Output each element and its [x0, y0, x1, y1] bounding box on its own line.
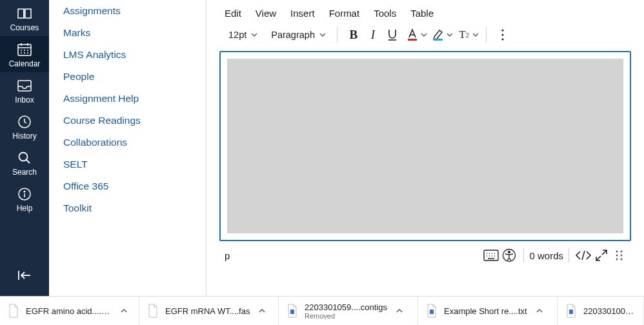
- book-icon: [16, 5, 33, 22]
- download-name: 2203301009....co: [583, 306, 637, 316]
- file-icon: [426, 304, 438, 318]
- highlight-button[interactable]: [430, 25, 454, 44]
- download-item[interactable]: EGFR mRNA WT....fas: [139, 297, 279, 325]
- editor-toolbar: 12pt Paragraph B I: [219, 25, 631, 51]
- fullscreen-button[interactable]: [592, 246, 610, 264]
- element-path[interactable]: p: [225, 250, 230, 261]
- chevron-down-icon: [250, 31, 258, 39]
- file-icon: [8, 304, 19, 318]
- course-nav-assignment-help[interactable]: Assignment Help: [63, 88, 192, 110]
- svg-rect-7: [434, 39, 443, 41]
- nav-help[interactable]: Help: [0, 181, 49, 217]
- chevron-down-icon: [446, 31, 454, 39]
- inbox-icon: [16, 77, 33, 94]
- download-menu-button[interactable]: [391, 307, 408, 315]
- svg-point-8: [501, 29, 503, 31]
- nav-history[interactable]: History: [0, 108, 49, 144]
- course-nav-collaborations[interactable]: Collaborations: [63, 132, 192, 153]
- svg-point-19: [621, 259, 623, 261]
- nav-inbox[interactable]: Inbox: [0, 72, 49, 108]
- menu-table[interactable]: Table: [410, 8, 434, 19]
- svg-rect-21: [430, 310, 434, 314]
- course-nav-office365[interactable]: Office 365: [63, 175, 192, 197]
- block-type-select[interactable]: Paragraph: [267, 27, 330, 43]
- chevron-down-icon: [420, 31, 428, 39]
- download-name: Example Short re....txt: [444, 306, 527, 316]
- svg-point-17: [621, 255, 623, 257]
- course-nav-marks[interactable]: Marks: [63, 22, 192, 44]
- underline-button[interactable]: [383, 25, 402, 44]
- svg-rect-6: [408, 39, 417, 41]
- menu-view[interactable]: View: [256, 8, 276, 19]
- superscript-icon: T2: [456, 25, 472, 44]
- svg-point-9: [501, 34, 503, 35]
- svg-rect-22: [569, 310, 573, 314]
- more-tools-button[interactable]: [493, 25, 512, 44]
- separator: [337, 27, 337, 43]
- html-view-button[interactable]: [574, 246, 592, 264]
- svg-point-14: [616, 251, 618, 253]
- download-status: Removed: [305, 312, 387, 320]
- download-item[interactable]: Example Short re....txt: [418, 297, 558, 325]
- course-nav-course-readings[interactable]: Course Readings: [63, 110, 192, 132]
- nav-calendar-label: Calendar: [9, 59, 41, 68]
- menu-tools[interactable]: Tools: [374, 8, 396, 19]
- info-icon: [17, 186, 32, 202]
- svg-point-3: [19, 153, 28, 161]
- download-name: 2203301059....contigs: [305, 302, 387, 312]
- editor-panel: Edit View Insert Format Tools Table 12pt…: [206, 0, 644, 296]
- global-nav: Courses Calendar Inbox History Search: [0, 0, 49, 296]
- italic-button[interactable]: I: [363, 25, 383, 44]
- search-icon: [17, 150, 32, 166]
- separator: [486, 27, 487, 43]
- nav-courses-label: Courses: [10, 23, 39, 32]
- nav-search[interactable]: Search: [0, 144, 49, 181]
- svg-point-18: [616, 259, 618, 261]
- nav-calendar[interactable]: Calendar: [0, 36, 49, 72]
- svg-point-5: [24, 191, 25, 192]
- file-icon: [565, 304, 577, 318]
- text-color-button[interactable]: [405, 25, 428, 44]
- course-nav-people[interactable]: People: [63, 66, 192, 88]
- svg-rect-1: [18, 81, 31, 91]
- menu-format[interactable]: Format: [329, 8, 360, 19]
- block-type-value: Paragraph: [271, 30, 315, 40]
- svg-rect-20: [290, 310, 294, 314]
- file-icon: [147, 304, 159, 318]
- download-item[interactable]: EGFR amino acid....fas: [0, 297, 139, 325]
- calendar-icon: [16, 41, 33, 58]
- download-menu-button[interactable]: [531, 307, 548, 315]
- editor-statusbar: p 0 words: [219, 241, 631, 264]
- nav-courses[interactable]: Courses: [0, 0, 49, 36]
- course-nav-selt[interactable]: SELT: [63, 153, 192, 175]
- download-item[interactable]: 2203301059....contigs Removed: [279, 297, 418, 325]
- download-name: EGFR mRNA WT....fas: [165, 306, 250, 316]
- menu-edit[interactable]: Edit: [225, 8, 241, 19]
- accessibility-checker-button[interactable]: [500, 246, 518, 264]
- separator: [523, 248, 524, 262]
- nav-help-label: Help: [17, 204, 33, 213]
- bold-button[interactable]: B: [344, 25, 363, 44]
- resize-handle[interactable]: [610, 246, 629, 264]
- nav-search-label: Search: [12, 168, 37, 177]
- menu-insert[interactable]: Insert: [290, 8, 315, 19]
- editor-body[interactable]: [227, 59, 623, 233]
- font-size-value: 12pt: [228, 30, 247, 40]
- word-count[interactable]: 0 words: [529, 250, 563, 261]
- svg-point-15: [621, 251, 623, 253]
- superscript-button[interactable]: T2: [456, 25, 479, 44]
- download-item[interactable]: 2203301009....co: [558, 297, 644, 325]
- course-nav: Assignments Marks LMS Analytics People A…: [49, 0, 206, 296]
- course-nav-lms-analytics[interactable]: LMS Analytics: [63, 44, 192, 66]
- download-menu-button[interactable]: [254, 307, 270, 315]
- course-nav-toolkit[interactable]: Toolkit: [63, 197, 192, 219]
- editor-menubar: Edit View Insert Format Tools Table: [219, 6, 631, 25]
- nav-collapse-button[interactable]: [0, 262, 49, 288]
- course-nav-assignments[interactable]: Assignments: [63, 0, 192, 22]
- font-size-select[interactable]: 12pt: [225, 27, 262, 43]
- clock-icon: [17, 113, 32, 130]
- keyboard-shortcuts-button[interactable]: [482, 246, 500, 264]
- editor-frame: [219, 51, 631, 241]
- download-menu-button[interactable]: [116, 307, 132, 315]
- svg-point-13: [508, 251, 510, 253]
